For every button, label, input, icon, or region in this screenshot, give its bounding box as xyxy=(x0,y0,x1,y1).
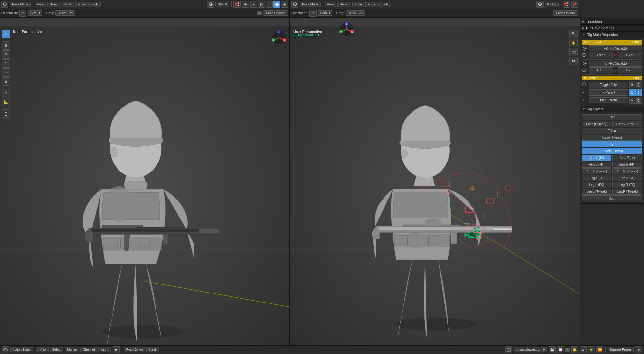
timeline-marker-btn[interactable]: Marker xyxy=(65,347,79,352)
pose-mode-btn-right[interactable]: Pose Mode xyxy=(300,2,321,7)
layer-arm-r-ik-btn[interactable]: Arm.R (IK) xyxy=(612,155,642,161)
hand-tool[interactable]: ✋ xyxy=(569,39,578,47)
action-editor-icon[interactable] xyxy=(2,346,9,353)
layer-torso-btn[interactable]: Torso xyxy=(582,128,642,134)
move-tool[interactable]: ✥ xyxy=(2,50,10,59)
play-icon[interactable]: ▶ xyxy=(113,346,120,353)
cursor-tool[interactable]: ⊕ xyxy=(2,41,10,50)
layer-leg-r-ik-btn[interactable]: Leg.R (IK) xyxy=(612,175,642,181)
orientation-value-right[interactable]: Default xyxy=(318,10,333,16)
ik-parent-value[interactable]: 1 ▲ ▼ xyxy=(629,89,642,96)
rig-bake-header[interactable]: ▶ Rig Bake Settings xyxy=(580,25,644,31)
orientation-value-left[interactable]: Default xyxy=(28,10,43,16)
action-btn1[interactable]: Action xyxy=(589,52,613,58)
file-close-btn[interactable]: ✕ xyxy=(565,348,570,352)
menu-enfusion-right[interactable]: Enfusion Tools xyxy=(365,2,391,7)
orientation-icon-left[interactable]: ⊕ xyxy=(19,10,26,17)
pole-parent-up[interactable]: ▲ xyxy=(636,98,640,100)
copy-icon[interactable]: 📋 xyxy=(557,346,564,353)
clear-x-icon2[interactable]: ✕ xyxy=(614,69,617,72)
timeline-channel-btn[interactable]: Channel xyxy=(80,347,97,352)
layer-leg-r-tweak-btn[interactable]: Leg.R (Tweak) xyxy=(612,189,642,195)
rig-layers-header[interactable]: ▼ Rig Layers xyxy=(580,106,644,112)
shade4[interactable]: ⬤ xyxy=(273,1,280,8)
layer-root-btn[interactable]: Root xyxy=(582,195,642,201)
menu-enfusion-left[interactable]: Enfusion Tools xyxy=(75,2,101,7)
left-viewport[interactable]: ↖ ⊕ ✥ ↻ ⇔ ⊞ ✎ 📐 xyxy=(0,18,290,345)
timeline-key-btn[interactable]: Key xyxy=(98,347,108,352)
menu-view-right[interactable]: View xyxy=(325,2,336,7)
rotate-tool[interactable]: ↻ xyxy=(2,59,10,68)
scale-tool[interactable]: ⇔ xyxy=(2,68,10,77)
layer-arm-l-ik-btn[interactable]: Arm.L (IK) xyxy=(582,155,611,161)
action-editor-btn[interactable]: Action Editor xyxy=(10,347,33,352)
mode-icon-left[interactable] xyxy=(1,1,8,8)
file-icon[interactable] xyxy=(505,346,512,353)
ik-parent-up[interactable]: ▲ xyxy=(636,90,640,92)
drag-value-left[interactable]: Select Box xyxy=(55,10,75,16)
measure-tool[interactable]: 📐 xyxy=(2,98,10,106)
layer-fingers-btn[interactable]: Fingers xyxy=(582,141,642,147)
end-icon[interactable]: ⊕ xyxy=(635,346,642,353)
global-btn-right[interactable]: Global xyxy=(545,2,559,7)
rig-main-header[interactable]: ▼ Rig Main Properties xyxy=(580,32,644,38)
snap-icon-left[interactable]: 🧲 xyxy=(233,1,241,8)
pose-options-right[interactable]: Pose Options xyxy=(553,10,578,16)
right-viewport[interactable]: 🔍 ✋ 📷 ⊞ Z X Y xyxy=(290,18,580,345)
pole-parent-btn[interactable]: Pole Parent xyxy=(589,97,628,103)
clear-x-icon1[interactable]: ✕ xyxy=(614,53,617,57)
layer-face-btn[interactable]: Face xyxy=(582,114,642,120)
stash-btn[interactable]: Stash xyxy=(146,347,159,352)
ik-parent-btn[interactable]: IK Parent xyxy=(589,89,628,96)
menu-pose-right[interactable]: Pose xyxy=(352,2,364,7)
toggle-pole-up[interactable]: ▲ xyxy=(636,82,640,85)
pin-icon-right[interactable]: 📌 xyxy=(571,1,578,8)
pole-parent-down[interactable]: ▼ xyxy=(636,100,640,103)
proportional-icon-left[interactable]: ⊙ xyxy=(242,1,249,8)
toggle-pole-value[interactable]: 0 ▲ ▼ xyxy=(629,81,642,88)
grid-tool[interactable]: ⊞ xyxy=(569,57,578,65)
global-icon-right[interactable] xyxy=(536,1,544,8)
layer-torso-tweak-btn[interactable]: Torso (Tweak) xyxy=(582,135,642,141)
toggle-pole-arrows[interactable]: ▲ ▼ xyxy=(636,82,640,87)
shade5[interactable]: ◉ xyxy=(281,1,288,8)
action-btn2[interactable]: Action xyxy=(589,67,613,73)
pose-tool[interactable] xyxy=(2,109,10,118)
rush-down-btn[interactable]: Rush Down xyxy=(124,347,145,352)
menu-select-left[interactable]: Select xyxy=(47,2,61,7)
layer-arm-r-tweak-btn[interactable]: Arm.R (Tweak) xyxy=(612,168,642,174)
mode-icon-right[interactable] xyxy=(291,1,298,8)
nav-icon3[interactable]: ⚡ xyxy=(588,346,595,353)
ik-parent-arrows[interactable]: ▲ ▼ xyxy=(636,90,640,95)
toggle-pole-down[interactable]: ▼ xyxy=(636,85,640,87)
timeline-view-btn[interactable]: View xyxy=(37,347,49,352)
ik-fk2-btn[interactable]: IK->FK (hand.L) xyxy=(589,61,642,67)
shade3[interactable]: ○ xyxy=(266,1,273,8)
menu-pose-left[interactable]: Pose xyxy=(62,2,74,7)
close-btn-left[interactable]: ✕ xyxy=(257,11,262,15)
layer-arm-r-fk-btn[interactable]: Arm.R (FK) xyxy=(612,162,642,168)
layer-face-second-btn[interactable]: Face (Secon...) xyxy=(612,121,642,127)
clear-btn2[interactable]: Clear xyxy=(618,67,642,73)
pole-parent-arrows[interactable]: ▲ ▼ xyxy=(636,98,640,103)
ik-fk-field[interactable]: IK-FK (hand.L) 0.000 xyxy=(582,40,642,45)
layer-fingers-detail-btn[interactable]: Fingers (Detail) xyxy=(582,148,642,154)
nav-icon2[interactable]: ▲ xyxy=(580,346,587,353)
orientation-icon-right[interactable]: ⊕ xyxy=(309,10,317,17)
file-name-btn[interactable]: p_sampleweapon_ik xyxy=(514,347,547,352)
frame-mode-btn[interactable]: Nearest Frame xyxy=(608,347,634,352)
clear-btn1[interactable]: Clear xyxy=(618,52,642,58)
pole-parent-value[interactable]: 6 ▲ ▼ xyxy=(629,97,642,104)
layer-arm-l-tweak-btn[interactable]: Arm.L (Tweak) xyxy=(582,168,611,174)
drag-value-right[interactable]: Select Box xyxy=(346,10,365,16)
transform-header[interactable]: ▶ Transform xyxy=(580,18,644,24)
layer-leg-l-ik-btn[interactable]: Leg.L (IK) xyxy=(582,175,611,181)
layer-leg-l-fk-btn[interactable]: Leg.L (FK) xyxy=(582,182,611,188)
layer-face-primary-btn[interactable]: Face (Primary) xyxy=(582,121,611,127)
toggle-pole-btn[interactable]: Toggle Pole xyxy=(589,82,628,88)
shade1[interactable]: ● xyxy=(250,1,257,8)
ik-stretch-field[interactable]: IK Stretch 1.000 xyxy=(582,76,642,80)
save-icon[interactable]: 💾 xyxy=(549,346,556,353)
menu-select-right[interactable]: Select xyxy=(337,2,351,7)
select-tool[interactable]: ↖ xyxy=(2,30,10,38)
